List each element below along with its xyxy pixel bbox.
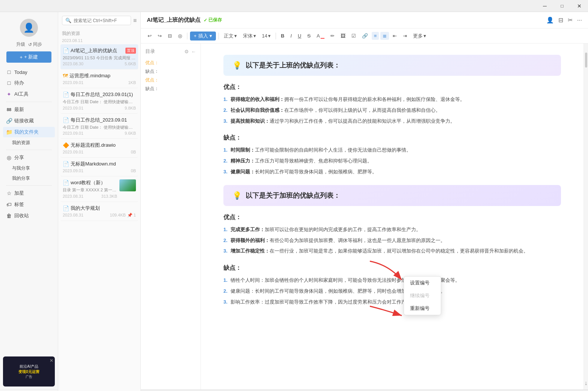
file-item-ai-notes[interactable]: 📄 AI笔记_上班的优缺点 置顶 2023/09/01 11:53 今日任务 完…	[60, 44, 138, 69]
file-meta-daily2: 2023.09.01 9.6KB	[63, 131, 136, 135]
ai-icon: ✦	[6, 91, 12, 97]
context-menu-item-set-num[interactable]: 设置编号	[404, 277, 441, 289]
sidebar-subitem-my-source[interactable]: 我的资源	[3, 138, 55, 147]
avatar[interactable]: 👤	[20, 19, 38, 37]
toc-collapse-icon[interactable]: ←	[191, 49, 196, 54]
sync-btn[interactable]: ↺ 同步	[28, 41, 42, 48]
file-date-word: 2023.08.31	[63, 194, 83, 199]
right-scrollbar[interactable]: ↓	[583, 44, 588, 389]
more-icon[interactable]: ···	[577, 17, 582, 24]
todo-icon: □	[6, 80, 12, 86]
file-item-word[interactable]: 📄 word教程（新） 目录 第一章 XXXXX 2 第一节 XXX 2 第一章…	[60, 176, 138, 202]
search-input[interactable]	[74, 18, 128, 23]
eraser-btn[interactable]: ◎	[176, 32, 184, 40]
sidebar-item-my-folder[interactable]: 📁 我的文件夹	[3, 127, 55, 137]
file-name-daily1: 每日工作总结_2023.09.01(1)	[71, 91, 136, 98]
checkbox-btn[interactable]: ☑	[349, 32, 358, 40]
file-item-daily2[interactable]: 📄 每日工作总结_2023.09.01 今日工作 日期 Date： 使用快捷键输…	[60, 114, 138, 139]
sidebar-item-trash[interactable]: 🗑 回收站	[3, 211, 55, 221]
toc-item-pros2[interactable]: 优点：	[145, 76, 196, 84]
sidebar-item-today[interactable]: □ Today	[3, 67, 55, 77]
highlight-btn[interactable]: ✏	[328, 32, 337, 40]
maximize-btn[interactable]: □	[553, 0, 571, 12]
file-name-plan: 我的大学规划	[71, 205, 136, 212]
link-btn[interactable]: 🔗	[360, 32, 370, 40]
cons2-item-3: 3. 影响工作效率：过度加班可能导致工作效率下降，因为过度劳累和压力会对工作产生…	[223, 298, 561, 306]
file-item-drawio-header: 🔶 无标题流程图.drawio	[63, 142, 136, 149]
sidebar-item-ai[interactable]: ✦ AI工具	[3, 89, 55, 99]
text-style-btn[interactable]: 正文 ▾	[222, 32, 239, 41]
file-item-markdown[interactable]: 📄 无标题Markdown.md 2023.09.01 0B	[60, 158, 138, 176]
sidebar-subitem-share-with-me[interactable]: 与我分享	[3, 164, 55, 173]
file-thumb-word	[119, 179, 136, 191]
cons-text-1-3: 健康问题：长时间的工作可能导致身体问题，例如颈椎病、肥胖等。	[231, 168, 561, 176]
star-icon: ☆	[6, 190, 12, 196]
user-manage-icon[interactable]: 👤	[546, 17, 554, 24]
pros-item-1-3: 3. 提高技能和知识：通过学习和执行工作任务，你可以提高自己的技能和知识水平，从…	[223, 117, 561, 125]
sidebar-item-link-collect[interactable]: 🔗 链接收藏	[3, 116, 55, 126]
indent-decrease-btn[interactable]: ⇤	[390, 32, 399, 40]
pros2-text-1: 完成更多工作：加班可以让你在更短的时间内完成更多的工作，提高工作效率和生产力。	[231, 226, 561, 234]
close-btn[interactable]: ✕	[571, 0, 588, 12]
sidebar-item-share[interactable]: ◎ 分享	[3, 152, 55, 163]
pros2-item-2: 2. 获得额外的福利：有些公司会为加班提供加班费、调休等福利，这也是一些人愿意加…	[223, 237, 561, 245]
search-box[interactable]: 🔍	[62, 16, 131, 25]
sidebar-user-actions: 升级 ↺ 同步	[0, 40, 58, 51]
toc-item-pros1[interactable]: 优点：	[145, 59, 196, 67]
indent-increase-btn[interactable]: ⇥	[401, 32, 409, 40]
toc-item-cons1[interactable]: 缺点：	[145, 67, 196, 76]
layout-icon[interactable]: ⊟	[558, 17, 563, 24]
file-size-mindmap: 1KB	[128, 80, 136, 85]
file-item-daily1[interactable]: 📄 每日工作总结_2023.09.01(1) 今日工作 日期 Date： 使用快…	[60, 88, 138, 113]
bulb-icon-2: 💡	[232, 191, 242, 200]
pros-text-1-3: 提高技能和知识：通过学习和执行工作任务，你可以提高自己的技能和知识水平，从而增强…	[231, 117, 561, 125]
image-btn[interactable]: 🖼	[338, 32, 348, 40]
bulb-icon-1: 💡	[232, 61, 242, 70]
toc-settings-icon[interactable]: ⚙	[184, 49, 189, 54]
nav-separator-2	[6, 150, 52, 150]
strikethrough-btn[interactable]: S	[305, 32, 313, 40]
context-menu-item-continue-num[interactable]: 继续编号	[404, 289, 441, 302]
underline-btn[interactable]: U	[296, 32, 303, 40]
sidebar-item-recent[interactable]: 88 最新	[3, 104, 55, 115]
toolbar: ↩ ↪ ⊟ ◎ + 插入 ▾ 正文 ▾ 宋体 ▾ 14 ▾ B I U S A▁…	[141, 29, 588, 44]
file-meta-markdown: 2023.09.01 0B	[63, 168, 136, 173]
scissors-icon[interactable]: ✂	[568, 17, 573, 24]
cons-label-2: 缺点：	[223, 264, 561, 272]
insert-btn[interactable]: + 插入 ▾	[190, 32, 216, 41]
italic-btn[interactable]: I	[288, 32, 294, 40]
minimize-btn[interactable]: ─	[536, 0, 553, 12]
file-name-word: word教程（新）	[71, 179, 117, 186]
file-size-drawio: 0B	[131, 150, 136, 154]
sidebar-item-tags[interactable]: 🏷 标签	[3, 199, 55, 210]
ad-close-btn[interactable]: ✕	[50, 358, 53, 363]
file-item-daily2-header: 📄 每日工作总结_2023.09.01	[63, 117, 136, 123]
redo-btn[interactable]: ↪	[155, 32, 164, 40]
file-name-markdown: 无标题Markdown.md	[71, 161, 136, 167]
sidebar-item-favorites[interactable]: ☆ 加星	[3, 188, 55, 199]
more-btn[interactable]: 更多 ▾	[411, 32, 428, 41]
font-btn[interactable]: 宋体 ▾	[241, 32, 258, 41]
context-menu-item-restart-num[interactable]: 重新编号	[404, 302, 441, 315]
sidebar-subitem-my-share[interactable]: 我的分享	[3, 174, 55, 183]
file-list: 📄 AI笔记_上班的优缺点 置顶 2023/09/01 11:53 今日任务 完…	[58, 44, 140, 391]
file-item-drawio[interactable]: 🔶 无标题流程图.drawio 2023.09.01 0B	[60, 139, 138, 158]
scroll-to-bottom-btn[interactable]: ↓	[585, 380, 588, 386]
font-color-btn[interactable]: A▁	[314, 32, 327, 40]
sidebar-item-todo[interactable]: □ 待办	[3, 78, 55, 88]
titlebar: ─ □ ✕	[0, 0, 588, 12]
bullet-list-btn[interactable]: ≡	[372, 32, 379, 40]
undo-btn[interactable]: ↩	[145, 32, 154, 40]
file-item-plan[interactable]: 📄 我的大学规划 2023.08.31 109.4KB 📌 1	[60, 202, 138, 221]
upgrade-btn[interactable]: 升级	[16, 41, 25, 48]
size-btn[interactable]: 14 ▾	[260, 32, 273, 40]
file-date-mindmap: 2023.09.01	[63, 80, 83, 85]
toc-item-cons2[interactable]: 缺点：	[145, 84, 196, 93]
menu-icon[interactable]: ≡	[133, 17, 137, 24]
numbered-list-btn[interactable]: ≣	[380, 32, 389, 40]
format-btn1[interactable]: ⊟	[166, 32, 174, 40]
bold-btn[interactable]: B	[279, 32, 286, 40]
new-button[interactable]: + + 新建	[6, 51, 51, 63]
file-item-mindmap[interactable]: 🗺 运营思维.mindmap 2023.09.01 1KB	[60, 69, 138, 88]
file-meta-drawio: 2023.09.01 0B	[63, 150, 136, 154]
